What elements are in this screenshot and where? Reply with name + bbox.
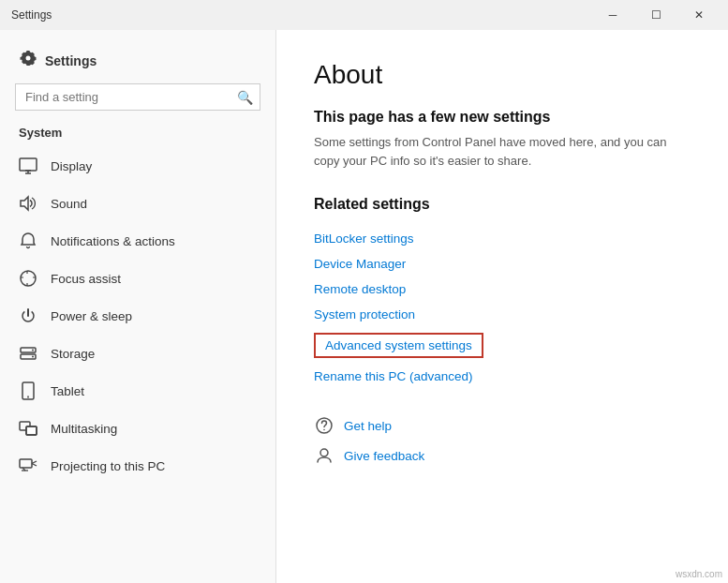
sidebar-item-sound[interactable]: Sound <box>0 185 275 222</box>
sidebar-header: Settings <box>0 30 275 80</box>
title-bar-title: Settings <box>11 8 52 22</box>
get-help-link[interactable]: Get help <box>344 419 392 433</box>
related-settings-section: Related settings BitLocker settings Devi… <box>314 196 691 389</box>
sidebar-item-projecting[interactable]: Projecting to this PC <box>0 447 275 485</box>
sidebar-item-notifications[interactable]: Notifications & actions <box>0 222 275 260</box>
link-device-manager[interactable]: Device Manager <box>314 251 691 277</box>
page-title: About <box>314 60 691 90</box>
svg-rect-15 <box>20 459 32 468</box>
info-box: This page has a few new settings Some se… <box>314 109 691 170</box>
tablet-icon <box>19 381 37 400</box>
power-label: Power & sleep <box>51 309 132 323</box>
search-input[interactable] <box>15 83 260 111</box>
sidebar-item-power[interactable]: Power & sleep <box>0 297 275 335</box>
svg-point-0 <box>26 56 31 61</box>
sidebar-item-tablet[interactable]: Tablet <box>0 372 275 410</box>
svg-point-9 <box>32 356 34 358</box>
projecting-icon <box>19 456 37 475</box>
sidebar-app-title: Settings <box>45 53 97 68</box>
title-bar: Settings ─ ☐ ✕ <box>0 0 728 30</box>
link-advanced-system-settings[interactable]: Advanced system settings <box>314 333 483 358</box>
sound-label: Sound <box>51 197 87 211</box>
display-label: Display <box>51 159 92 173</box>
related-settings-title: Related settings <box>314 196 691 213</box>
close-button[interactable]: ✕ <box>677 0 721 30</box>
search-icon-button[interactable]: 🔍 <box>237 90 253 105</box>
sidebar: Settings 🔍 System Display <box>0 30 276 583</box>
sidebar-item-multitasking[interactable]: Multitasking <box>0 410 275 447</box>
svg-marker-5 <box>21 197 28 210</box>
display-icon <box>19 157 37 175</box>
info-text: Some settings from Control Panel have mo… <box>314 133 691 170</box>
sidebar-item-storage[interactable]: Storage <box>0 335 275 372</box>
app-container: Settings 🔍 System Display <box>0 30 728 583</box>
help-item-get-help[interactable]: Get help <box>314 415 691 436</box>
power-icon <box>19 306 37 325</box>
storage-icon <box>19 344 37 363</box>
sidebar-item-focus[interactable]: Focus assist <box>0 260 275 297</box>
storage-label: Storage <box>51 347 95 361</box>
multitasking-icon <box>19 419 37 438</box>
link-system-protection[interactable]: System protection <box>314 302 691 327</box>
settings-gear-icon <box>19 49 37 72</box>
link-bitlocker[interactable]: BitLocker settings <box>314 226 691 251</box>
svg-point-8 <box>32 350 34 351</box>
info-heading: This page has a few new settings <box>314 109 691 126</box>
svg-point-21 <box>323 429 325 431</box>
help-section: Get help Give feedback <box>314 415 691 466</box>
help-item-feedback[interactable]: Give feedback <box>314 445 691 466</box>
svg-rect-13 <box>26 426 37 435</box>
sidebar-search-container: 🔍 <box>15 83 260 111</box>
sidebar-item-display[interactable]: Display <box>0 147 275 185</box>
watermark: wsxdn.com <box>676 569 722 579</box>
sidebar-section-label: System <box>0 122 275 147</box>
feedback-link[interactable]: Give feedback <box>344 449 424 463</box>
link-remote-desktop[interactable]: Remote desktop <box>314 277 691 302</box>
sound-icon <box>19 194 37 213</box>
notifications-icon <box>19 232 37 250</box>
svg-rect-1 <box>20 158 37 171</box>
multitasking-label: Multitasking <box>51 422 117 436</box>
notifications-label: Notifications & actions <box>51 234 175 248</box>
tablet-label: Tablet <box>51 384 84 398</box>
feedback-icon <box>314 445 334 466</box>
title-bar-controls: ─ ☐ ✕ <box>591 0 721 30</box>
get-help-icon <box>314 415 334 436</box>
link-rename-pc[interactable]: Rename this PC (advanced) <box>314 364 691 389</box>
content-area: About This page has a few new settings S… <box>276 30 728 583</box>
maximize-button[interactable]: ☐ <box>634 0 677 30</box>
projecting-label: Projecting to this PC <box>51 459 165 473</box>
focus-icon <box>19 269 37 288</box>
minimize-button[interactable]: ─ <box>591 0 634 30</box>
svg-point-22 <box>320 449 328 456</box>
focus-label: Focus assist <box>51 272 121 286</box>
